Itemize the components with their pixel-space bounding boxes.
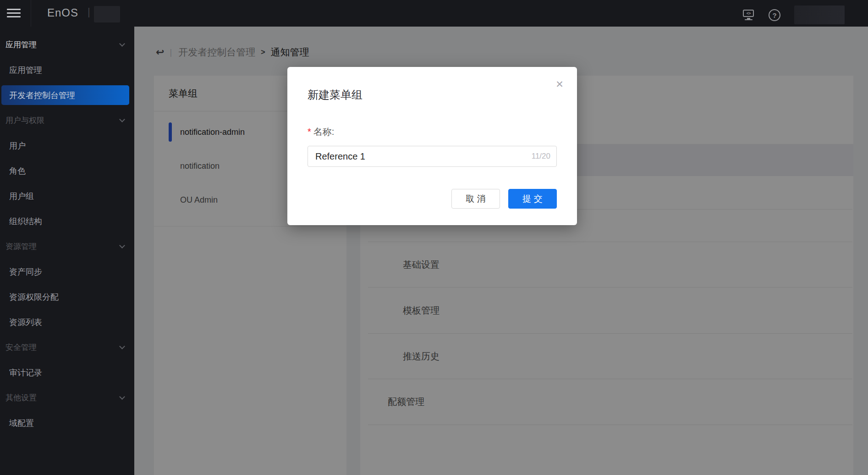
user-account-badge[interactable]	[794, 6, 845, 24]
sidebar-item-users[interactable]: 用户	[0, 133, 134, 158]
sidebar-section-app-management[interactable]: 应用管理	[0, 32, 134, 57]
logo-divider: |	[88, 6, 90, 18]
required-asterisk: *	[308, 127, 311, 137]
close-icon[interactable]: ✕	[552, 77, 567, 92]
chevron-down-icon	[119, 41, 125, 47]
char-counter: 11/20	[532, 152, 550, 161]
hamburger-menu-icon[interactable]	[7, 8, 21, 18]
sidebar-section-other-settings[interactable]: 其他设置	[0, 385, 134, 410]
sidebar-item-domain-configuration[interactable]: 域配置	[0, 410, 134, 436]
dialog-footer: 取 消 提 交	[308, 189, 557, 209]
enos-logo: EnOS	[47, 6, 78, 19]
sidebar-item-audit-records[interactable]: 审计记录	[0, 360, 134, 385]
sidebar-item-developer-console-management[interactable]: 开发者控制台管理	[0, 83, 134, 108]
sidebar-item-asset-sync[interactable]: 资产同步	[0, 259, 134, 284]
chevron-down-icon	[119, 116, 125, 122]
sidebar-item-roles[interactable]: 角色	[0, 158, 134, 183]
sidebar-item-user-groups[interactable]: 用户组	[0, 183, 134, 209]
submit-button[interactable]: 提 交	[508, 189, 557, 209]
chevron-down-icon	[119, 343, 125, 349]
developer-console-icon[interactable]: <>	[743, 10, 754, 17]
name-field-label: *名称:	[308, 126, 557, 138]
sidebar-nav: 应用管理 应用管理 开发者控制台管理 用户与权限 用户 角色 用户组 组织结构 …	[0, 27, 134, 475]
developer-console-icon	[745, 19, 753, 20]
sidebar-section-security-management[interactable]: 安全管理	[0, 335, 134, 360]
name-input[interactable]	[308, 146, 557, 167]
sidebar-item-app-management[interactable]: 应用管理	[0, 57, 134, 83]
name-input-wrapper: 11/20	[308, 146, 557, 167]
sidebar-section-resource-management[interactable]: 资源管理	[0, 234, 134, 259]
help-icon[interactable]: ?	[769, 9, 780, 21]
cancel-button[interactable]: 取 消	[451, 189, 500, 209]
topbar-divider	[31, 0, 31, 27]
chevron-down-icon	[119, 243, 125, 249]
dialog-title: 新建菜单组	[287, 67, 577, 102]
sidebar-item-organization-structure[interactable]: 组织结构	[0, 209, 134, 234]
sidebar-item-resource-permission-allocation[interactable]: 资源权限分配	[0, 284, 134, 309]
chevron-down-icon	[119, 394, 125, 400]
new-menu-group-dialog: ✕ 新建菜单组 *名称: 11/20 取 消 提 交	[287, 67, 577, 225]
sidebar-item-resource-list[interactable]: 资源列表	[0, 309, 134, 335]
environment-badge	[94, 6, 120, 22]
top-bar: EnOS | <> ?	[0, 0, 868, 27]
sidebar-section-users-permissions[interactable]: 用户与权限	[0, 108, 134, 133]
